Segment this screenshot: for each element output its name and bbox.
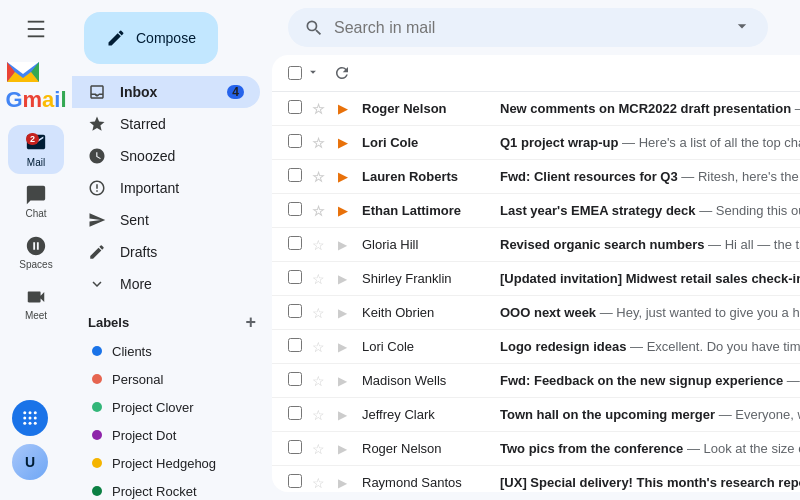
email-important-cell[interactable]: ▶ bbox=[338, 407, 354, 422]
email-row[interactable]: ☆ ▶ Jeffrey Clark Town hall on the upcom… bbox=[272, 398, 800, 432]
sidebar-item-spaces[interactable]: Spaces bbox=[8, 229, 64, 276]
email-important-cell[interactable]: ▶ bbox=[338, 271, 354, 286]
sidebar-menu-button[interactable] bbox=[8, 8, 64, 48]
email-important-cell[interactable]: ▶ bbox=[338, 339, 354, 354]
star-icon[interactable]: ☆ bbox=[312, 203, 325, 219]
email-row[interactable]: ☆ ▶ Gloria Hill Revised organic search n… bbox=[272, 228, 800, 262]
important-icon[interactable]: ▶ bbox=[338, 306, 347, 320]
email-row[interactable]: ☆ ▶ Shirley Franklin [Updated invitation… bbox=[272, 262, 800, 296]
nav-item-inbox[interactable]: Inbox 4 bbox=[72, 76, 260, 108]
star-icon[interactable]: ☆ bbox=[312, 339, 325, 355]
important-icon[interactable]: ▶ bbox=[338, 204, 347, 218]
star-icon[interactable]: ☆ bbox=[312, 441, 325, 457]
email-star-cell[interactable]: ☆ bbox=[312, 203, 330, 219]
select-dropdown-icon[interactable] bbox=[306, 65, 320, 82]
nav-item-snoozed[interactable]: Snoozed bbox=[72, 140, 260, 172]
email-star-cell[interactable]: ☆ bbox=[312, 475, 330, 491]
label-project-clover[interactable]: Project Clover bbox=[88, 393, 260, 421]
label-project-dot[interactable]: Project Dot bbox=[88, 421, 260, 449]
email-star-cell[interactable]: ☆ bbox=[312, 101, 330, 117]
label-project-rocket[interactable]: Project Rocket bbox=[88, 477, 260, 500]
star-icon[interactable]: ☆ bbox=[312, 135, 325, 151]
email-important-cell[interactable]: ▶ bbox=[338, 475, 354, 490]
email-important-cell[interactable]: ▶ bbox=[338, 169, 354, 184]
email-checkbox[interactable] bbox=[288, 372, 302, 386]
star-icon[interactable]: ☆ bbox=[312, 169, 325, 185]
email-row[interactable]: ☆ ▶ Roger Nelson Two pics from the confe… bbox=[272, 432, 800, 466]
email-checkbox[interactable] bbox=[288, 338, 302, 352]
star-icon[interactable]: ☆ bbox=[312, 271, 325, 287]
star-icon[interactable]: ☆ bbox=[312, 101, 325, 117]
email-star-cell[interactable]: ☆ bbox=[312, 339, 330, 355]
email-star-cell[interactable]: ☆ bbox=[312, 135, 330, 151]
nav-item-starred[interactable]: Starred bbox=[72, 108, 260, 140]
email-star-cell[interactable]: ☆ bbox=[312, 441, 330, 457]
important-icon[interactable]: ▶ bbox=[338, 408, 347, 422]
email-row[interactable]: ☆ ▶ Roger Nelson New comments on MCR2022… bbox=[272, 92, 800, 126]
email-checkbox[interactable] bbox=[288, 440, 302, 454]
search-input[interactable] bbox=[334, 19, 722, 37]
email-checkbox[interactable] bbox=[288, 168, 302, 182]
email-important-cell[interactable]: ▶ bbox=[338, 305, 354, 320]
star-icon[interactable]: ☆ bbox=[312, 373, 325, 389]
search-bar[interactable] bbox=[288, 8, 768, 47]
add-label-button[interactable]: + bbox=[245, 312, 256, 333]
star-icon[interactable]: ☆ bbox=[312, 305, 325, 321]
email-important-cell[interactable]: ▶ bbox=[338, 373, 354, 388]
email-checkbox[interactable] bbox=[288, 474, 302, 488]
email-row[interactable]: ☆ ▶ Ethan Lattimore Last year's EMEA str… bbox=[272, 194, 800, 228]
important-icon[interactable]: ▶ bbox=[338, 102, 347, 116]
email-star-cell[interactable]: ☆ bbox=[312, 407, 330, 423]
sidebar-item-chat[interactable]: Chat bbox=[8, 178, 64, 225]
sidebar-item-mail[interactable]: 2 Mail bbox=[8, 125, 64, 174]
important-icon[interactable]: ▶ bbox=[338, 374, 347, 388]
refresh-button[interactable] bbox=[328, 59, 356, 87]
label-project-hedgehog[interactable]: Project Hedgehog bbox=[88, 449, 260, 477]
email-row[interactable]: ☆ ▶ Lauren Roberts Fwd: Client resources… bbox=[272, 160, 800, 194]
nav-item-sent[interactable]: Sent bbox=[72, 204, 260, 236]
label-dot-dot bbox=[92, 430, 102, 440]
compose-button[interactable]: Compose bbox=[84, 12, 218, 64]
email-star-cell[interactable]: ☆ bbox=[312, 373, 330, 389]
search-expand-icon[interactable] bbox=[732, 16, 752, 39]
important-icon[interactable]: ▶ bbox=[338, 272, 347, 286]
email-important-cell[interactable]: ▶ bbox=[338, 237, 354, 252]
email-row[interactable]: ☆ ▶ Madison Wells Fwd: Feedback on the n… bbox=[272, 364, 800, 398]
email-row[interactable]: ☆ ▶ Keith Obrien OOO next week — Hey, ju… bbox=[272, 296, 800, 330]
email-checkbox[interactable] bbox=[288, 270, 302, 284]
email-star-cell[interactable]: ☆ bbox=[312, 305, 330, 321]
nav-item-more[interactable]: More bbox=[72, 268, 260, 300]
nav-item-drafts[interactable]: Drafts bbox=[72, 236, 260, 268]
label-personal[interactable]: Personal bbox=[88, 365, 260, 393]
label-clients[interactable]: Clients bbox=[88, 337, 260, 365]
email-checkbox-cell bbox=[288, 304, 304, 321]
important-icon[interactable]: ▶ bbox=[338, 136, 347, 150]
star-icon[interactable]: ☆ bbox=[312, 475, 325, 491]
email-star-cell[interactable]: ☆ bbox=[312, 169, 330, 185]
nav-item-important[interactable]: Important bbox=[72, 172, 260, 204]
important-icon[interactable]: ▶ bbox=[338, 170, 347, 184]
email-important-cell[interactable]: ▶ bbox=[338, 441, 354, 456]
email-checkbox[interactable] bbox=[288, 236, 302, 250]
email-checkbox[interactable] bbox=[288, 100, 302, 114]
email-important-cell[interactable]: ▶ bbox=[338, 203, 354, 218]
email-checkbox[interactable] bbox=[288, 304, 302, 318]
email-star-cell[interactable]: ☆ bbox=[312, 271, 330, 287]
email-row[interactable]: ☆ ▶ Raymond Santos [UX] Special delivery… bbox=[272, 466, 800, 492]
email-row[interactable]: ☆ ▶ Lori Cole Q1 project wrap-up — Here'… bbox=[272, 126, 800, 160]
select-all-checkbox[interactable] bbox=[288, 66, 302, 80]
star-icon[interactable]: ☆ bbox=[312, 407, 325, 423]
email-important-cell[interactable]: ▶ bbox=[338, 135, 354, 150]
star-icon[interactable]: ☆ bbox=[312, 237, 325, 253]
email-checkbox[interactable] bbox=[288, 202, 302, 216]
sidebar-item-meet[interactable]: Meet bbox=[8, 280, 64, 327]
important-icon[interactable]: ▶ bbox=[338, 340, 347, 354]
important-icon[interactable]: ▶ bbox=[338, 442, 347, 456]
email-checkbox[interactable] bbox=[288, 406, 302, 420]
email-star-cell[interactable]: ☆ bbox=[312, 237, 330, 253]
important-icon[interactable]: ▶ bbox=[338, 476, 347, 490]
important-icon[interactable]: ▶ bbox=[338, 238, 347, 252]
email-checkbox[interactable] bbox=[288, 134, 302, 148]
email-important-cell[interactable]: ▶ bbox=[338, 101, 354, 116]
email-row[interactable]: ☆ ▶ Lori Cole Logo redesign ideas — Exce… bbox=[272, 330, 800, 364]
